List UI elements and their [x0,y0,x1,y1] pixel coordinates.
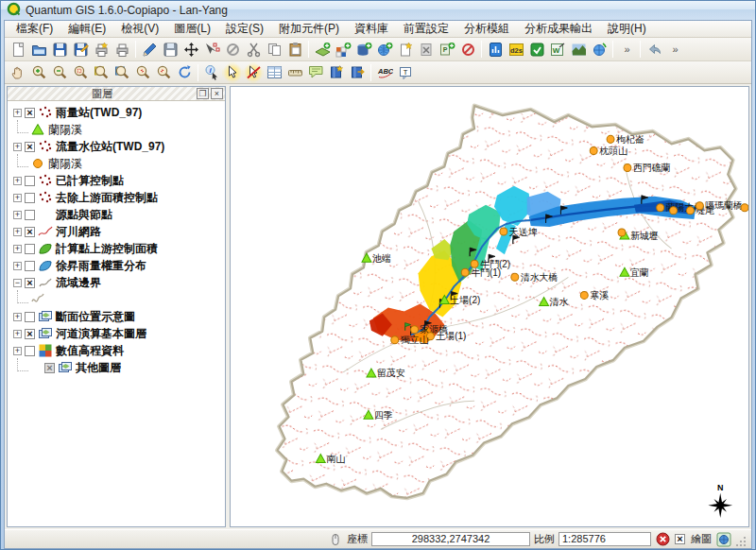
layer-label[interactable]: 其他圖層 [76,360,121,376]
layer-visibility-checkbox[interactable]: × [25,142,35,152]
save-edits-icon[interactable] [160,39,180,60]
project-save-icon[interactable] [49,39,70,60]
menu-item-6[interactable]: 附加元件(P) [271,20,347,38]
map-canvas[interactable]: 池端宜蘭清水留茂安四季南山土場(2)新城壢枸杞崙枕頭山西門礁蘭天送埤牛鬥(2)牛… [230,86,749,527]
select-features-icon[interactable] [222,62,243,83]
layer-visibility-checkbox[interactable]: × [25,210,35,220]
tree-expander-icon[interactable]: + [13,245,22,253]
menu-item-1[interactable]: 檔案(F) [9,20,60,38]
panel-float-icon[interactable]: ❐ [197,88,209,99]
print-composer-icon[interactable] [112,39,132,60]
new-shapefile-icon[interactable] [395,39,416,60]
coordinate-value[interactable]: 298332,2747342 [371,532,530,546]
text-annotation-icon[interactable]: T [395,62,416,83]
toolbar-overflow-icon[interactable]: » [664,39,685,60]
layer-visibility-checkbox[interactable]: × [25,108,35,118]
layer-item-5[interactable]: +×源點與節點 [10,206,225,223]
grass-plugin-icon[interactable] [568,39,589,60]
tree-expander-icon[interactable]: + [13,211,22,219]
layer-label[interactable]: 雨量站(TWD_97) [56,105,142,121]
map-tips-icon[interactable] [305,62,326,83]
menu-item-4[interactable]: 圖層(L) [166,20,218,38]
tree-expander-icon[interactable]: + [13,109,22,117]
menu-item-9[interactable]: 分析模組 [456,20,517,38]
layer-item-4[interactable]: +×去除上游面積控制點 [10,189,225,206]
layer-label[interactable]: 流量水位站(TWD_97) [56,139,164,155]
layer-item-7[interactable]: +×計算點上游控制面積 [10,240,225,257]
zoom-last-icon[interactable] [132,62,153,83]
zoom-in-icon[interactable] [28,62,49,83]
undo-icon[interactable] [644,39,664,60]
show-bookmarks-icon[interactable] [347,62,368,83]
project-new-icon[interactable] [8,39,28,60]
zoom-full-icon[interactable] [91,62,112,83]
action-disabled-icon[interactable] [222,39,243,60]
tree-expander-icon[interactable]: + [13,228,22,236]
move-feature-icon[interactable] [180,39,201,60]
tree-expander-icon[interactable]: + [13,330,22,338]
layer-label[interactable]: 源點與節點 [56,207,112,223]
project-save-as-icon[interactable] [70,39,91,60]
stop-render-icon[interactable] [655,532,671,547]
coordinate-capture-icon[interactable] [327,532,343,547]
new-bookmark-icon[interactable] [326,62,347,83]
menu-item-7[interactable]: 資料庫 [347,20,396,38]
remove-wms-layer-icon[interactable] [457,39,478,60]
menu-item-5[interactable]: 設定(S) [218,20,271,38]
layer-visibility-checkbox[interactable]: × [25,176,35,186]
georeferencer-plugin-icon[interactable] [526,39,547,60]
layer-label[interactable]: 去除上游面積控制點 [56,190,158,206]
layer-item-9[interactable]: −×流域邊界 [10,274,225,291]
add-wms-layer-icon[interactable] [374,39,395,60]
tree-expander-icon[interactable]: + [13,262,22,270]
project-open-icon[interactable] [28,39,49,60]
menu-item-2[interactable]: 編輯(E) [60,20,113,38]
openmodeller-plugin-icon[interactable]: W [547,39,568,60]
layer-label[interactable]: 徐昇雨量權重分布 [56,258,146,274]
panel-close-icon[interactable]: × [211,88,223,99]
tree-expander-icon[interactable]: + [13,177,22,185]
layer-item-13[interactable]: ×其他圖層 [10,359,225,376]
render-checkbox[interactable]: × [675,534,685,544]
gps-globe-plugin-icon[interactable] [589,39,610,60]
layer-visibility-checkbox[interactable]: × [25,193,35,203]
layer-item-10[interactable]: +×斷面位置示意圖 [10,308,225,325]
layer-item-12[interactable]: +×數值高程資料 [10,342,225,359]
layer-label[interactable]: 河道演算基本圖層 [56,326,146,342]
zoom-next-icon[interactable] [153,62,174,83]
paste-features-icon[interactable] [284,39,305,60]
labeling-icon[interactable]: ABC [374,62,395,83]
layer-item-11[interactable]: +×河道演算基本圖層 [10,325,225,342]
tree-expander-icon[interactable]: + [13,313,22,321]
menu-item-10[interactable]: 分析成果輸出 [517,20,600,38]
layer-label[interactable]: 已計算控制點 [56,173,124,189]
render-toggle[interactable]: × 繪圖 [675,532,712,546]
add-raster-layer-icon[interactable] [333,39,353,60]
layer-visibility-checkbox[interactable]: × [25,227,35,237]
layer-item-2[interactable]: +×流量水位站(TWD_97) [10,138,225,155]
layer-visibility-checkbox[interactable]: × [25,261,35,271]
refresh-map-icon[interactable] [174,62,195,83]
toolbar-overflow-icon[interactable]: » [616,39,637,60]
print-composer-new-icon[interactable] [91,39,112,60]
layer-visibility-checkbox[interactable]: × [44,363,55,373]
scale-value[interactable]: 1:285776 [558,532,651,546]
layer-label[interactable]: 數值高程資料 [56,343,124,359]
node-tool-icon[interactable] [201,39,222,60]
zoom-selection-icon[interactable] [70,62,91,83]
remove-layer-icon[interactable] [416,39,437,60]
tree-expander-icon[interactable]: − [13,279,22,287]
zoom-out-icon[interactable] [49,62,70,83]
layer-item-3[interactable]: +×已計算控制點 [10,172,225,189]
identify-features-icon[interactable]: i [201,62,222,83]
toggle-editing-icon[interactable] [139,39,160,60]
layer-label[interactable]: 斷面位置示意圖 [56,309,135,325]
copy-features-icon[interactable] [264,39,284,60]
layer-item-6[interactable]: +×河川網路 [10,223,225,240]
measure-line-icon[interactable] [284,62,305,83]
resize-grip[interactable] [735,536,747,548]
layer-visibility-checkbox[interactable]: × [25,244,35,254]
layer-visibility-checkbox[interactable]: × [25,329,35,339]
layer-label[interactable]: 計算點上游控制面積 [56,241,158,257]
cut-features-icon[interactable] [243,39,264,60]
